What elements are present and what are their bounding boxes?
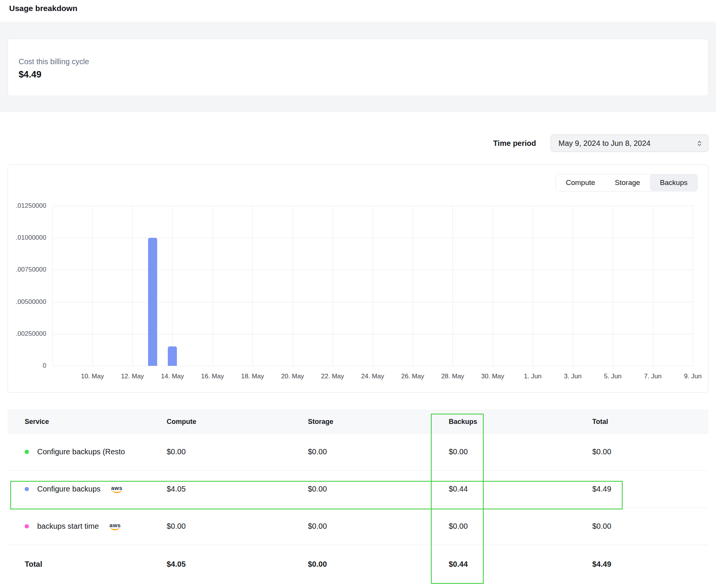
- x-gridline: [453, 206, 453, 366]
- time-period-row: Time period May 9, 2024 to Jun 8, 2024: [8, 134, 708, 152]
- x-axis-tick-label: 14. May: [161, 373, 184, 380]
- y-axis-tick-label: .01250000: [16, 202, 46, 210]
- y-axis-tick-label: .00750000: [16, 266, 46, 273]
- chart-bar[interactable]: [168, 346, 177, 366]
- time-period-select[interactable]: May 9, 2024 to Jun 8, 2024: [550, 134, 708, 152]
- y-axis-tick-label: .01000000: [16, 234, 46, 242]
- y-axis-tick-label: .00500000: [16, 298, 46, 306]
- x-axis-tick-label: 18. May: [241, 373, 264, 380]
- x-gridline: [252, 206, 253, 366]
- table-row-backups-start-time[interactable]: backups start time aws $0.00 $0.00 $0.00…: [8, 508, 708, 545]
- total-row-label: Total: [25, 560, 167, 569]
- service-cell: Configure backups (Resto: [25, 447, 167, 456]
- x-axis-tick-label: 26. May: [401, 373, 424, 380]
- x-axis-tick-label: 24. May: [361, 373, 384, 380]
- x-gridline: [373, 206, 373, 366]
- chevron-updown-icon: [696, 140, 703, 147]
- x-gridline: [413, 206, 413, 366]
- total-value: $4.49: [592, 485, 708, 493]
- series-dot: [25, 487, 29, 491]
- time-period-value: May 9, 2024 to Jun 8, 2024: [558, 139, 650, 148]
- x-axis-tick-label: 10. May: [81, 373, 104, 380]
- chart-plot-area: .01250000.01000000.00750000.00500000.002…: [52, 206, 693, 366]
- x-axis-tick-label: 20. May: [281, 373, 304, 380]
- x-axis-tick-label: 3. Jun: [564, 373, 582, 380]
- x-gridline: [333, 206, 333, 366]
- x-gridline: [172, 206, 173, 366]
- storage-value: $0.00: [308, 485, 449, 493]
- service-cell: backups start time aws: [25, 522, 167, 531]
- y-axis-tick-label: 0: [43, 362, 46, 370]
- cost-band: Cost this billing cycle $4.49: [0, 22, 716, 112]
- storage-total: $0.00: [308, 560, 449, 569]
- x-gridline: [653, 206, 653, 366]
- compute-value: $0.00: [167, 447, 308, 456]
- cost-cycle-value: $4.49: [19, 69, 697, 80]
- table-row-configure-backups[interactable]: Configure backups aws $4.05 $0.00 $0.44 …: [8, 471, 708, 508]
- x-axis-tick-label: 28. May: [441, 373, 464, 380]
- x-axis-tick-label: 22. May: [321, 373, 344, 380]
- x-axis-tick-label: 9. Jun: [684, 373, 702, 380]
- col-header-total: Total: [592, 418, 708, 426]
- col-header-service: Service: [25, 418, 167, 426]
- cost-card: Cost this billing cycle $4.49: [8, 39, 708, 96]
- x-axis-tick-label: 7. Jun: [644, 373, 661, 380]
- page-title: Usage breakdown: [9, 4, 716, 13]
- x-axis-tick-label: 30. May: [481, 373, 504, 380]
- series-dot: [25, 450, 29, 454]
- x-gridline: [533, 206, 533, 366]
- x-gridline: [213, 206, 213, 366]
- usage-table: Service Compute Storage Backups Total Co…: [8, 410, 708, 583]
- service-cell: Configure backups aws: [25, 485, 167, 493]
- x-axis-tick-label: 5. Jun: [604, 373, 621, 380]
- compute-value: $4.05: [167, 485, 308, 493]
- storage-value: $0.00: [308, 447, 449, 456]
- x-gridline: [132, 206, 133, 366]
- tab-compute[interactable]: Compute: [556, 174, 605, 191]
- service-name: Configure backups: [37, 485, 101, 493]
- grand-total: $4.49: [592, 560, 708, 569]
- tab-storage[interactable]: Storage: [605, 174, 650, 191]
- backups-value: $0.00: [449, 447, 592, 456]
- service-name: Configure backups (Resto: [37, 447, 125, 456]
- x-axis-tick-label: 1. Jun: [524, 373, 541, 380]
- x-gridline: [693, 206, 693, 366]
- time-period-label: Time period: [493, 139, 536, 148]
- tab-backups[interactable]: Backups: [650, 174, 697, 191]
- service-name: backups start time: [37, 522, 99, 531]
- col-header-storage: Storage: [308, 418, 449, 426]
- x-axis-tick-label: 12. May: [121, 373, 144, 380]
- chart-bar[interactable]: [148, 238, 157, 366]
- y-axis-tick-label: .00250000: [16, 330, 46, 338]
- backups-value: $0.44: [449, 485, 592, 493]
- x-gridline: [613, 206, 613, 366]
- table-header-row: Service Compute Storage Backups Total: [8, 410, 708, 433]
- aws-logo: aws: [109, 522, 121, 530]
- cost-cycle-label: Cost this billing cycle: [19, 57, 697, 66]
- total-value: $0.00: [592, 447, 708, 456]
- table-total-row: Total $4.05 $0.00 $0.44 $4.49: [8, 545, 708, 583]
- backups-total: $0.44: [449, 560, 592, 569]
- compute-value: $0.00: [167, 522, 308, 531]
- y-gridline: [52, 366, 693, 366]
- storage-value: $0.00: [308, 522, 449, 531]
- col-header-compute: Compute: [167, 418, 308, 426]
- x-gridline: [52, 206, 53, 366]
- aws-smile-arc: [110, 527, 120, 530]
- compute-total: $4.05: [167, 560, 308, 569]
- backups-value: $0.00: [449, 522, 592, 531]
- x-gridline: [293, 206, 293, 366]
- aws-logo: aws: [111, 485, 123, 493]
- chart-metric-tabs: Compute Storage Backups: [555, 174, 698, 191]
- series-dot: [25, 524, 29, 528]
- col-header-backups: Backups: [449, 418, 592, 426]
- usage-chart-card: Compute Storage Backups .01250000.010000…: [8, 164, 708, 393]
- x-gridline: [493, 206, 493, 366]
- total-value: $0.00: [592, 522, 708, 531]
- x-axis-tick-label: 16. May: [201, 373, 224, 380]
- table-row-configure-backups-restored[interactable]: Configure backups (Resto $0.00 $0.00 $0.…: [8, 433, 708, 471]
- aws-smile-arc: [112, 490, 121, 493]
- x-gridline: [573, 206, 573, 366]
- x-gridline: [92, 206, 93, 366]
